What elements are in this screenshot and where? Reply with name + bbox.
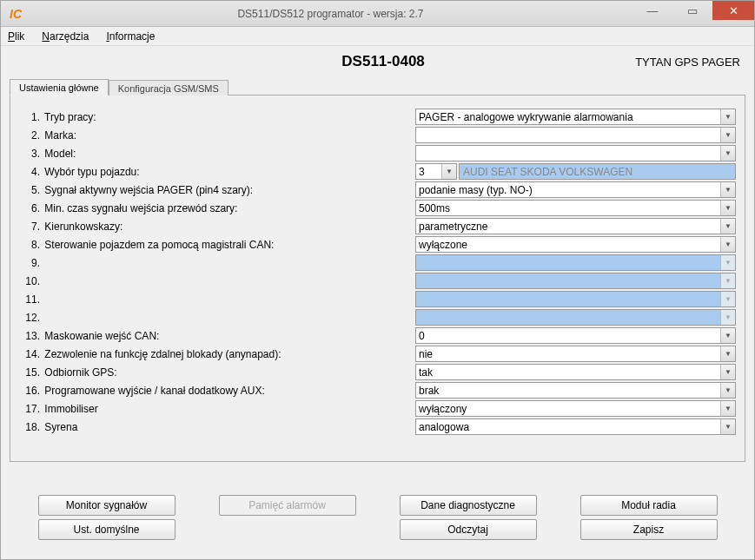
window-title: DS511/DS512 programator - wersja: 2.7 [29,8,632,20]
monitor-sygnalow-button[interactable]: Monitor sygnałów [38,495,176,516]
setting-row-2: 2. Marka:▼ [19,126,736,144]
chevron-down-icon: ▼ [720,310,735,325]
setting-combo-2[interactable]: ▼ [415,127,736,143]
chevron-down-icon: ▼ [720,182,735,197]
setting-row-7: 7. Kierunkowskazy:parametryczne▼ [19,217,736,235]
app-window: IC DS511/DS512 programator - wersja: 2.7… [0,0,755,560]
maximize-button[interactable]: ▭ [672,1,712,20]
setting-row-11: 11. ▼ [19,290,736,308]
odczytaj-button[interactable]: Odczytaj [400,519,537,540]
setting-control: wyłączony▼ [415,400,736,417]
chevron-down-icon: ▼ [720,273,735,288]
ust-domyslne-button[interactable]: Ust. domyślne [38,519,176,540]
tab-strip: Ustawienia główne Konfiguracja GSM/SMS [10,76,745,95]
setting-combo-16[interactable]: brak▼ [415,382,736,399]
dane-diagnostyczne-button[interactable]: Dane diagnostyczne [400,495,537,516]
setting-combo-6[interactable]: 500ms▼ [415,200,736,216]
setting-label: 10. [19,275,415,287]
setting-row-12: 12. ▼ [19,308,736,326]
setting-combo-8[interactable]: wyłączone▼ [415,236,736,253]
button-area: Monitor sygnałów Pamięć alarmów Dane dia… [10,462,745,550]
device-id: DS511-0408 [131,53,635,70]
setting-control: wyłączone▼ [415,236,736,253]
setting-label: 11. [19,293,415,306]
setting-control: podanie masy (typ. NO-)▼ [415,181,736,198]
setting-combo-10: ▼ [415,273,736,289]
setting-combo-12: ▼ [415,309,736,326]
setting-row-9: 9. ▼ [19,254,736,272]
chevron-down-icon: ▼ [441,164,456,179]
setting-label: 13. Maskowanie wejść CAN: [19,330,415,342]
zapisz-button[interactable]: Zapisz [580,519,718,540]
setting-row-6: 6. Min. czas sygnału wejścia przewód sza… [19,199,736,217]
setting-label: 2. Marka: [19,129,415,142]
setting-label: 1. Tryb pracy: [19,111,415,123]
setting-label: 18. Syrena [19,421,415,433]
setting-label: 17. Immobiliser [19,403,415,415]
setting-combo-18[interactable]: analogowa▼ [415,418,736,435]
setting-control: ▼ [415,127,736,143]
main-area: DS511-0408 TYTAN GPS PAGER Ustawienia gł… [1,46,754,559]
chevron-down-icon: ▼ [720,383,735,398]
setting-combo-5[interactable]: podanie masy (typ. NO-)▼ [415,181,736,198]
setting-row-8: 8. Sterowanie pojazdem za pomocą magistr… [19,235,736,254]
tab-ustawienia-glowne[interactable]: Ustawienia główne [10,79,109,96]
setting-row-4: 4. Wybór typu pojazdu:3▼AUDI SEAT SKODA … [19,162,736,181]
setting-label: 14. Zezwolenie na funkcję zdalnej blokad… [19,348,415,360]
chevron-down-icon: ▼ [720,328,735,343]
setting-row-16: 16. Programowane wyjście / kanał dodatko… [19,381,736,399]
product-name: TYTAN GPS PAGER [635,56,740,69]
setting-combo-7[interactable]: parametryczne▼ [415,218,736,234]
setting-control: ▼ [415,145,736,161]
chevron-down-icon: ▼ [720,292,735,306]
setting-combo-3[interactable]: ▼ [415,145,736,161]
setting-label: 9. [19,257,415,269]
setting-row-15: 15. Odbiornik GPS:tak▼ [19,363,736,381]
menu-plik[interactable]: Plik [8,30,24,43]
setting-control: 500ms▼ [415,200,736,216]
titlebar: IC DS511/DS512 programator - wersja: 2.7… [1,1,754,27]
setting-combo-11: ▼ [415,291,736,307]
setting-control: ▼ [415,291,736,307]
setting-combo-9: ▼ [415,254,736,271]
setting-control: 0▼ [415,327,736,344]
setting-control: 3▼AUDI SEAT SKODA VOLKSWAGEN [415,163,736,180]
setting-row-5: 5. Sygnał aktywny wejścia PAGER (pin4 sz… [19,181,736,199]
app-icon: IC [8,6,23,22]
chevron-down-icon: ▼ [720,237,735,252]
chevron-down-icon: ▼ [720,419,735,434]
setting-combo-1[interactable]: PAGER - analogowe wykrywanie alarmowania… [415,109,736,125]
modul-radia-button[interactable]: Moduł radia [580,495,718,516]
setting-control: brak▼ [415,382,736,399]
chevron-down-icon: ▼ [720,146,735,161]
tab-konfiguracja-gsm-sms[interactable]: Konfiguracja GSM/SMS [109,80,228,96]
setting-label: 3. Model: [19,148,415,160]
setting-combo-17[interactable]: wyłączony▼ [415,400,736,417]
setting-combo-13[interactable]: 0▼ [415,327,736,344]
menu-informacje[interactable]: Informacje [106,30,155,43]
setting-control: PAGER - analogowe wykrywanie alarmowania… [415,109,736,125]
buttons-row-2: Ust. domyślne Odczytaj Zapisz [27,519,728,540]
setting-combo-14[interactable]: nie▼ [415,346,736,362]
setting-combo-15[interactable]: tak▼ [415,364,736,380]
setting-label: 15. Odbiornik GPS: [19,366,415,379]
chevron-down-icon: ▼ [720,365,735,379]
setting-label: 16. Programowane wyjście / kanał dodatko… [19,385,415,397]
close-button[interactable]: ✕ [712,1,754,20]
setting-control: parametryczne▼ [415,218,736,234]
vehicle-type-combo[interactable]: 3▼ [415,163,457,180]
chevron-down-icon: ▼ [720,255,735,270]
tab-panel-main: 1. Tryb pracy:PAGER - analogowe wykrywan… [10,95,745,462]
pamiec-alarmow-button[interactable]: Pamięć alarmów [219,495,356,516]
minimize-button[interactable]: — [632,1,672,20]
setting-label: 4. Wybór typu pojazdu: [19,166,415,178]
vehicle-type-description: AUDI SEAT SKODA VOLKSWAGEN [459,163,736,180]
setting-control: ▼ [415,273,736,289]
setting-label: 8. Sterowanie pojazdem za pomocą magistr… [19,239,415,251]
chevron-down-icon: ▼ [720,201,735,215]
chevron-down-icon: ▼ [720,128,735,142]
menu-narzedzia[interactable]: Narzędzia [42,30,89,43]
menubar: Plik Narzędzia Informacje [1,27,754,46]
setting-label: 12. [19,312,415,324]
buttons-row-1: Monitor sygnałów Pamięć alarmów Dane dia… [27,495,728,516]
